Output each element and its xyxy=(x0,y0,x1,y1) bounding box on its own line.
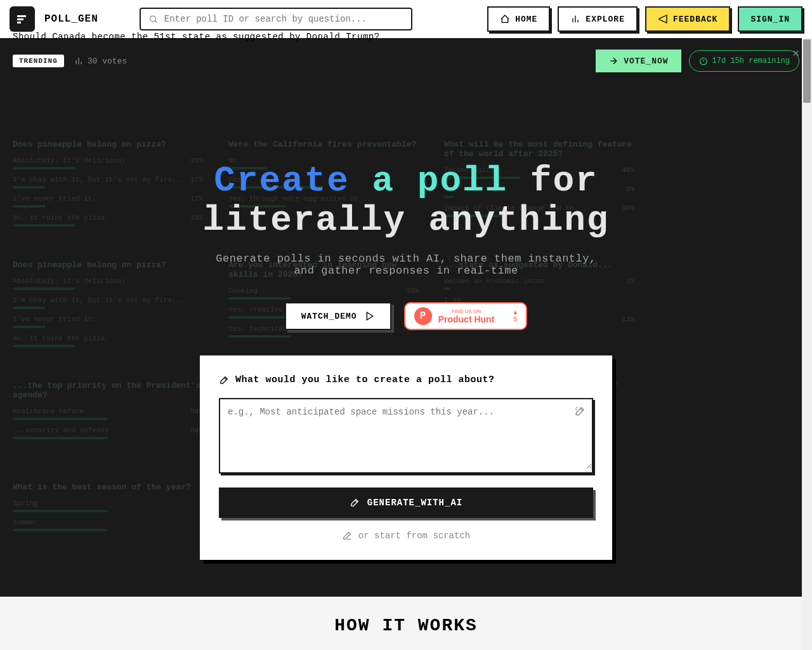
nav-buttons: HOME EXPLORE FEEDBACK SIGN_IN xyxy=(487,6,802,32)
generate-label: GENERATE_WITH_AI xyxy=(367,498,462,508)
ph-big-text: Product Hunt xyxy=(438,314,495,324)
signin-label: SIGN_IN xyxy=(750,15,790,24)
create-poll-card: What would you like to create a poll abo… xyxy=(200,355,612,560)
feedback-button[interactable]: FEEDBACK xyxy=(645,6,730,32)
svg-line-4 xyxy=(155,21,157,23)
home-icon xyxy=(500,14,510,24)
up-triangle-icon: ▲ xyxy=(513,309,517,316)
search-box[interactable] xyxy=(140,8,412,30)
edit-icon xyxy=(342,531,352,541)
signin-button[interactable]: SIGN_IN xyxy=(738,6,802,32)
wand-button[interactable] xyxy=(574,406,586,420)
poll-topic-input[interactable] xyxy=(220,399,592,469)
timer-icon xyxy=(698,56,709,66)
arrow-right-icon xyxy=(608,56,619,66)
trending-banner: TRENDING 30 votes VOTE_NOW 17d 15h remai… xyxy=(0,38,812,102)
explore-button[interactable]: EXPLORE xyxy=(558,6,638,32)
time-remaining: 17d 15h remaining xyxy=(689,50,799,72)
how-it-works-section: HOW IT WORKS xyxy=(0,597,812,650)
home-button[interactable]: HOME xyxy=(487,6,550,32)
watch-demo-button[interactable]: WATCH_DEMO xyxy=(285,302,391,330)
generate-button[interactable]: GENERATE_WITH_AI xyxy=(219,488,593,518)
wand-icon xyxy=(350,498,360,508)
play-icon xyxy=(365,311,375,321)
product-hunt-button[interactable]: P FIND US ON Product Hunt ▲ 5 xyxy=(404,302,528,330)
chart-icon xyxy=(74,56,84,66)
svg-rect-1 xyxy=(17,18,23,20)
scrollbar-thumb[interactable] xyxy=(803,39,811,103)
ph-small-text: FIND US ON xyxy=(438,308,495,314)
svg-marker-14 xyxy=(367,312,372,320)
ph-votes: ▲ 5 xyxy=(513,309,517,323)
vote-now-button[interactable]: VOTE_NOW xyxy=(596,50,681,72)
svg-point-3 xyxy=(150,16,155,22)
close-icon[interactable]: ✕ xyxy=(792,46,799,60)
megaphone-icon xyxy=(658,14,668,24)
chart-icon xyxy=(570,14,580,24)
explore-label: EXPLORE xyxy=(586,15,625,24)
how-title: HOW IT WORKS xyxy=(0,616,812,635)
hero-subtitle: Generate polls in seconds with AI, share… xyxy=(216,253,596,277)
product-hunt-icon: P xyxy=(414,307,432,325)
logo-text[interactable]: POLL_GEN xyxy=(44,13,98,25)
vote-count: 30 votes xyxy=(74,56,127,66)
search-input[interactable] xyxy=(164,14,403,24)
svg-point-12 xyxy=(700,58,707,65)
wand-icon xyxy=(219,375,229,385)
watch-demo-label: WATCH_DEMO xyxy=(301,312,357,321)
trending-question: Should Canada become the 51st state as s… xyxy=(13,32,380,42)
trending-badge: TRENDING xyxy=(13,55,64,67)
logo-icon[interactable] xyxy=(10,6,35,32)
hero-section: Does pineapple belong on pizza?Absolutel… xyxy=(0,102,812,597)
home-label: HOME xyxy=(515,15,537,24)
scratch-link[interactable]: or start from scratch xyxy=(219,531,593,541)
hero-buttons: WATCH_DEMO P FIND US ON Product Hunt ▲ 5 xyxy=(0,302,812,330)
vote-now-label: VOTE_NOW xyxy=(624,56,668,66)
hero-title: Create a poll for literally anything xyxy=(0,162,812,240)
textarea-wrap xyxy=(219,398,593,474)
search-icon xyxy=(148,14,158,24)
svg-rect-2 xyxy=(17,22,21,23)
create-prompt: What would you like to create a poll abo… xyxy=(219,375,593,385)
feedback-label: FEEDBACK xyxy=(673,15,717,24)
svg-rect-0 xyxy=(17,15,26,17)
